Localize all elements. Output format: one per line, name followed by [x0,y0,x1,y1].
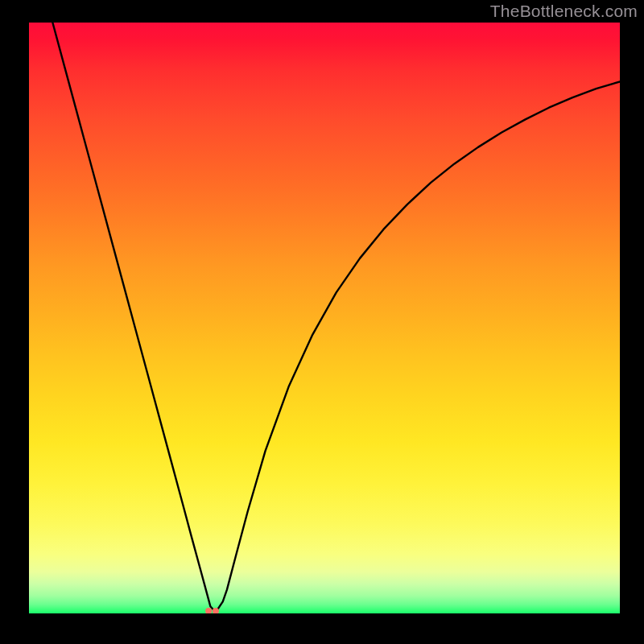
marker-dot-0 [205,608,212,613]
watermark-text: TheBottleneck.com [490,2,638,21]
chart-curve [29,23,620,613]
chart-frame: TheBottleneck.com [0,0,644,644]
bottleneck-curve [52,23,620,612]
